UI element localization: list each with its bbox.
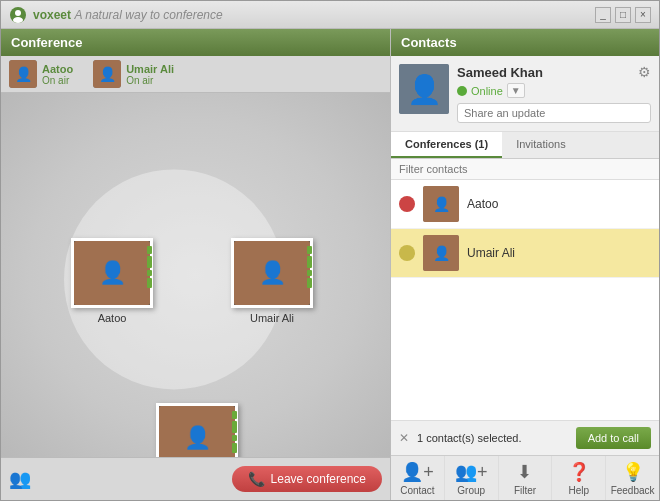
- toolbar-contact-button[interactable]: 👤+ Contact: [391, 456, 445, 500]
- participants-bar: Aatoo On air Umair Ali On air: [1, 56, 390, 93]
- contact-avatar-umair: [423, 235, 459, 271]
- contact-add-icon: 👤+: [401, 461, 434, 483]
- selected-count: 1 contact(s) selected.: [417, 432, 570, 444]
- toolbar-help-button[interactable]: ❓ Help: [552, 456, 606, 500]
- logo: voxeet A natural way to conference: [9, 6, 223, 24]
- svg-point-2: [13, 17, 23, 23]
- conference-bottom-bar: 👥 📞 Leave conference: [1, 457, 390, 500]
- contact-avatar-aatoo: [423, 186, 459, 222]
- title-bar: voxeet A natural way to conference _ □ ×: [1, 1, 659, 29]
- audio-bars-sameed: [232, 411, 237, 453]
- app-window: voxeet A natural way to conference _ □ ×…: [0, 0, 660, 501]
- maximize-button[interactable]: □: [615, 7, 631, 23]
- contact-name-umair: Umair Ali: [467, 246, 515, 260]
- tab-invitations[interactable]: Invitations: [502, 132, 580, 158]
- feedback-icon: 💡: [622, 461, 644, 483]
- filter-icon: ⬇: [517, 461, 532, 483]
- video-card-umair: Umair Ali: [231, 238, 313, 324]
- main-content: Conference Aatoo On air: [1, 29, 659, 500]
- deselect-button[interactable]: ✕: [399, 431, 409, 445]
- leave-conference-button[interactable]: 📞 Leave conference: [232, 466, 382, 492]
- toolbar-feedback-button[interactable]: 💡 Feedback: [606, 456, 659, 500]
- video-card-sameed: Sameed Khan: [156, 403, 238, 457]
- profile-avatar: [399, 64, 449, 114]
- participant-mini-aatoo: Aatoo On air: [9, 60, 73, 88]
- conference-panel: Conference Aatoo On air: [1, 29, 391, 500]
- contacts-header: Contacts: [391, 29, 659, 56]
- profile-info: Sameed Khan ⚙ Online ▼: [457, 64, 651, 123]
- conference-area: Aatoo Umair Ali: [1, 93, 390, 457]
- bottom-toolbar: 👤+ Contact 👥+ Group ⬇ Filter ❓ Help 💡: [391, 455, 659, 500]
- toolbar-group-button[interactable]: 👥+ Group: [445, 456, 499, 500]
- app-title: voxeet A natural way to conference: [33, 8, 223, 22]
- help-icon: ❓: [568, 461, 590, 483]
- contacts-footer-bar: ✕ 1 contact(s) selected. Add to call: [391, 420, 659, 455]
- phone-icon: 📞: [248, 471, 265, 487]
- user-profile: Sameed Khan ⚙ Online ▼: [391, 56, 659, 132]
- video-card-aatoo: Aatoo: [71, 238, 153, 324]
- status-dot-online: [457, 86, 467, 96]
- group-add-icon: 👥+: [455, 461, 488, 483]
- status-dropdown[interactable]: ▼: [507, 83, 525, 98]
- settings-icon[interactable]: ⚙: [638, 64, 651, 80]
- contact-item-aatoo[interactable]: Aatoo: [391, 180, 659, 229]
- voxeet-logo-icon: [9, 6, 27, 24]
- video-name-aatoo: Aatoo: [98, 312, 127, 324]
- participant-mini-name-aatoo: Aatoo: [42, 63, 73, 75]
- tab-conferences[interactable]: Conferences (1): [391, 132, 502, 158]
- participant-mini-status-aatoo: On air: [42, 75, 73, 86]
- participant-mini-name-umair: Umair Ali: [126, 63, 174, 75]
- svg-point-1: [15, 10, 21, 16]
- participant-mini-umair: Umair Ali On air: [93, 60, 174, 88]
- participant-mini-avatar-aatoo: [9, 60, 37, 88]
- profile-name: Sameed Khan: [457, 65, 543, 80]
- minimize-button[interactable]: _: [595, 7, 611, 23]
- contacts-panel: Contacts Sameed Khan ⚙ Online ▼: [391, 29, 659, 500]
- video-frame-aatoo: [71, 238, 153, 308]
- window-controls: _ □ ×: [595, 7, 651, 23]
- contact-status-aatoo: [399, 196, 415, 212]
- close-button[interactable]: ×: [635, 7, 651, 23]
- conference-header: Conference: [1, 29, 390, 56]
- video-frame-sameed: [156, 403, 238, 457]
- tabs-row: Conferences (1) Invitations: [391, 132, 659, 159]
- toolbar-filter-button[interactable]: ⬇ Filter: [499, 456, 553, 500]
- audio-bars-umair: [307, 246, 312, 288]
- status-label: Online: [471, 85, 503, 97]
- video-name-umair: Umair Ali: [250, 312, 294, 324]
- contact-item-umair[interactable]: Umair Ali: [391, 229, 659, 278]
- participant-mini-avatar-umair: [93, 60, 121, 88]
- participant-mini-status-umair: On air: [126, 75, 174, 86]
- update-input[interactable]: [457, 103, 651, 123]
- group-icon: 👥: [9, 468, 31, 490]
- video-frame-umair: [231, 238, 313, 308]
- audio-bars-aatoo: [147, 246, 152, 288]
- contact-status-umair: [399, 245, 415, 261]
- add-to-call-button[interactable]: Add to call: [576, 427, 651, 449]
- contacts-list: Aatoo Umair Ali: [391, 180, 659, 420]
- filter-contacts-input[interactable]: [391, 159, 659, 180]
- contact-name-aatoo: Aatoo: [467, 197, 498, 211]
